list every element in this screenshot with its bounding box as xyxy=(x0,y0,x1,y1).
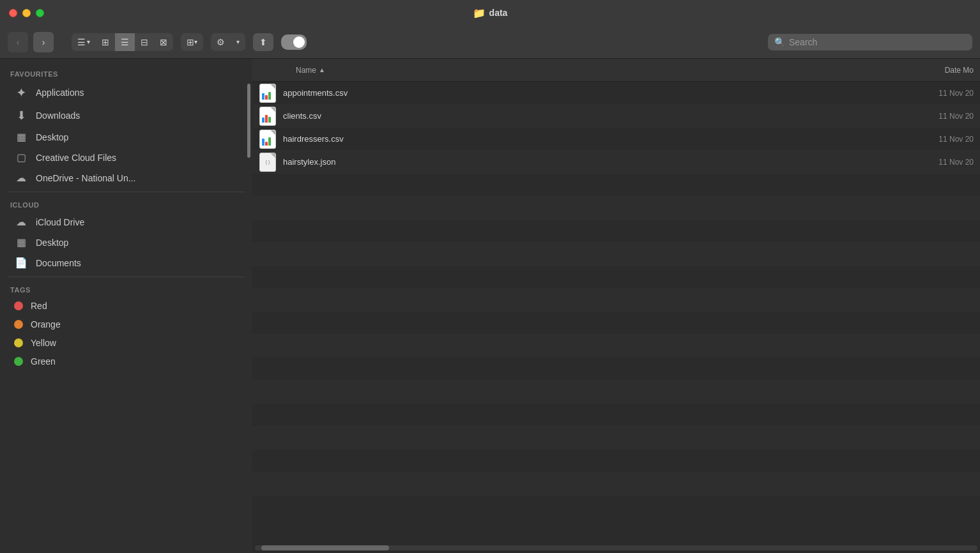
documents-icon: 📄 xyxy=(14,257,28,269)
window-controls xyxy=(9,9,44,17)
applications-icon: ✦ xyxy=(14,85,28,100)
view-list-button[interactable]: ☰ ▾ xyxy=(72,33,96,51)
sidebar-item-tag-yellow[interactable]: Yellow xyxy=(4,334,249,352)
table-row[interactable]: appointments.csv 11 Nov 20 xyxy=(252,82,980,105)
table-row[interactable]: clients.csv 11 Nov 20 xyxy=(252,105,980,128)
table-row[interactable]: hairdressers.csv 11 Nov 20 xyxy=(252,128,980,151)
sidebar-section-favourites: Favourites xyxy=(0,65,252,80)
onedrive-icon: ☁ xyxy=(14,172,28,184)
table-row-empty xyxy=(252,312,980,335)
title-label: data xyxy=(489,8,508,18)
sidebar-section-icloud: iCloud xyxy=(0,196,252,211)
file-icon-cell: { } xyxy=(252,153,283,172)
file-rows: appointments.csv 11 Nov 20 clients.csv 1… xyxy=(252,82,980,543)
file-date: 11 Nov 20 xyxy=(865,135,980,144)
sidebar-item-tag-green[interactable]: Green xyxy=(4,352,249,370)
view-grid-button[interactable]: ⊞ xyxy=(96,33,115,51)
file-date: 11 Nov 20 xyxy=(865,89,980,98)
table-row-empty xyxy=(252,404,980,427)
tag-orange-dot xyxy=(14,320,23,329)
column-name-header[interactable]: Name ▲ xyxy=(283,66,865,75)
share-button[interactable]: ⬆ xyxy=(253,33,273,51)
file-name: hairdressers.csv xyxy=(283,134,865,144)
file-header: Name ▲ Date Mo xyxy=(252,59,980,82)
table-row-empty xyxy=(252,243,980,266)
toolbar: ‹ › ☰ ▾ ⊞ ☰ ⊟ ⊠ ⊞ ▾ ⚙ ▾ xyxy=(0,26,980,59)
list-icon: ☰ xyxy=(77,37,86,47)
icloud-icon: ☁ xyxy=(14,216,28,228)
table-row-empty xyxy=(252,266,980,289)
sort-arrow-icon: ▲ xyxy=(319,66,325,73)
maximize-button[interactable] xyxy=(36,9,44,17)
table-row-empty xyxy=(252,220,980,243)
table-row[interactable]: { } hairstylex.json 11 Nov 20 xyxy=(252,151,980,174)
csv-file-icon xyxy=(259,84,276,103)
tag-yellow-dot xyxy=(14,338,23,347)
toggle-button[interactable] xyxy=(281,34,307,50)
sidebar-item-documents[interactable]: 📄 Documents xyxy=(4,253,249,273)
grid-icon: ⊞ xyxy=(102,37,109,47)
sidebar-divider-2 xyxy=(8,276,245,277)
group-sort-group: ⊞ ▾ xyxy=(181,33,203,51)
sidebar-item-tag-red[interactable]: Red xyxy=(4,297,249,315)
window-title: 📁 data xyxy=(473,7,508,19)
sidebar-section-tags: Tags xyxy=(0,281,252,296)
search-input[interactable] xyxy=(789,37,966,47)
table-row-empty xyxy=(252,289,980,312)
sidebar-item-downloads[interactable]: ⬇ Downloads xyxy=(4,105,249,126)
sidebar-item-icloud-drive[interactable]: ☁ iCloud Drive xyxy=(4,212,249,232)
back-button[interactable]: ‹ xyxy=(8,32,28,52)
file-date: 11 Nov 20 xyxy=(865,112,980,121)
sidebar-item-label: OneDrive - National Un... xyxy=(36,173,135,183)
share-icon: ⬆ xyxy=(259,37,267,47)
group-icon: ⊞ xyxy=(187,37,194,47)
minimize-button[interactable] xyxy=(22,9,31,17)
sidebar-item-onedrive[interactable]: ☁ OneDrive - National Un... xyxy=(4,168,249,188)
tag-red-dot xyxy=(14,301,23,310)
forward-button[interactable]: › xyxy=(33,32,54,52)
sidebar-item-creative-cloud[interactable]: ▢ Creative Cloud Files xyxy=(4,148,249,167)
file-date: 11 Nov 20 xyxy=(865,158,980,167)
table-row-empty xyxy=(252,174,980,197)
sidebar-item-desktop-icloud[interactable]: ▦ Desktop xyxy=(4,232,249,252)
file-name: clients.csv xyxy=(283,111,865,121)
view-cover-button[interactable]: ⊠ xyxy=(154,33,173,51)
table-row-empty xyxy=(252,335,980,358)
desktop-icloud-icon: ▦ xyxy=(14,236,28,248)
sidebar-item-tag-orange[interactable]: Orange xyxy=(4,315,249,333)
table-row-empty xyxy=(252,427,980,450)
desktop-icon: ▦ xyxy=(14,131,28,143)
tag-green-dot xyxy=(14,357,23,366)
csv-file-icon xyxy=(259,130,276,149)
columns-icon: ☰ xyxy=(121,37,129,47)
column-date-header[interactable]: Date Mo xyxy=(865,66,980,75)
search-icon: 🔍 xyxy=(774,37,785,47)
back-icon: ‹ xyxy=(17,37,20,47)
table-row-empty xyxy=(252,197,980,220)
column-name-label: Name xyxy=(296,66,316,75)
forward-icon: › xyxy=(42,37,45,47)
gallery-icon: ⊟ xyxy=(141,37,148,47)
sidebar-item-label: iCloud Drive xyxy=(36,217,84,227)
bottom-scrollbar[interactable] xyxy=(252,543,980,553)
view-mode-group: ☰ ▾ ⊞ ☰ ⊟ ⊠ xyxy=(72,33,173,51)
scroll-thumb[interactable] xyxy=(261,545,389,550)
close-button[interactable] xyxy=(9,9,17,17)
search-bar: 🔍 xyxy=(768,34,972,50)
sidebar-scrollbar[interactable] xyxy=(247,84,250,158)
group-sort-button[interactable]: ⊞ ▾ xyxy=(181,33,203,51)
gear-button[interactable]: ⚙ xyxy=(211,33,231,51)
sidebar-item-label: Documents xyxy=(36,258,81,268)
sidebar-item-desktop-favourites[interactable]: ▦ Desktop xyxy=(4,127,249,147)
view-gallery-button[interactable]: ⊟ xyxy=(135,33,154,51)
cover-icon: ⊠ xyxy=(160,37,167,47)
file-icon-cell xyxy=(252,107,283,126)
action-group: ⚙ ▾ xyxy=(211,33,245,51)
file-icon-cell xyxy=(252,84,283,103)
sidebar-item-applications[interactable]: ✦ Applications xyxy=(4,81,249,104)
file-name: hairstylex.json xyxy=(283,157,865,167)
csv-file-icon xyxy=(259,107,276,126)
view-columns-button[interactable]: ☰ xyxy=(115,33,135,51)
gear-arrow-button[interactable]: ▾ xyxy=(231,33,245,51)
file-icon-cell xyxy=(252,130,283,149)
